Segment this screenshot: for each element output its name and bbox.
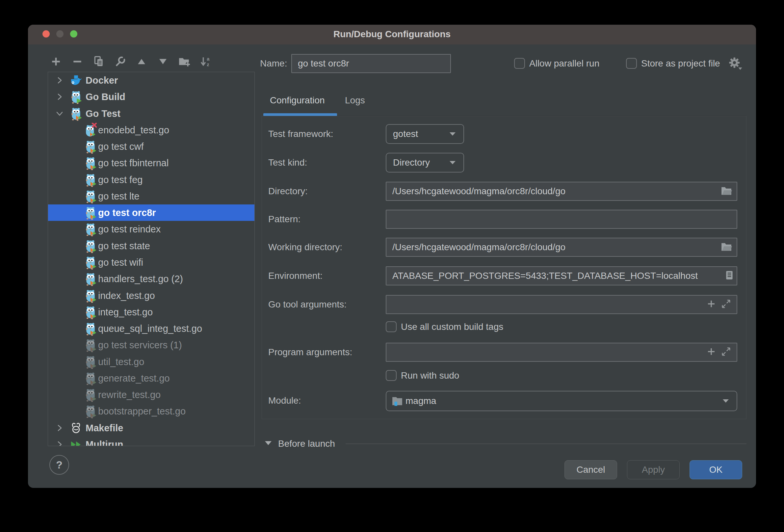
run-with-sudo-label: Run with sudo xyxy=(401,370,459,382)
tree-item-go-test-reindex[interactable]: go test reindex xyxy=(48,221,254,237)
run-debug-configurations-dialog: Run/Debug Configurations xyxy=(28,25,756,488)
tree-item-docker[interactable]: Docker xyxy=(48,72,254,89)
chevron-right-icon[interactable] xyxy=(55,76,64,85)
titlebar: Run/Debug Configurations xyxy=(28,25,756,45)
name-label: Name: xyxy=(260,58,287,69)
edit-defaults-icon[interactable] xyxy=(113,55,128,68)
tree-item-go-test-fbinternal[interactable]: go test fbinternal xyxy=(48,155,254,171)
tree-item-go-test-servicers-1[interactable]: go test servicers (1) xyxy=(48,337,254,353)
tree-item-enodebd-test-go[interactable]: enodebd_test.go xyxy=(48,122,254,138)
chevron-right-icon[interactable] xyxy=(55,440,64,446)
gopher-test-icon xyxy=(84,239,97,253)
tree-item-label: Go Test xyxy=(86,105,120,122)
new-folder-icon[interactable] xyxy=(177,55,192,68)
run-with-sudo-checkbox[interactable] xyxy=(386,370,397,381)
environment-input[interactable] xyxy=(386,266,737,285)
allow-parallel-run-checkbox[interactable] xyxy=(514,58,525,69)
module-folder-icon xyxy=(392,396,403,406)
tree-item-util-test-go[interactable]: util_test.go xyxy=(48,354,254,370)
tree-item-go-test-cwf[interactable]: go test cwf xyxy=(48,138,254,155)
tree-item-index-test-go[interactable]: index_test.go xyxy=(48,287,254,304)
expand-icon[interactable] xyxy=(722,347,731,358)
use-all-custom-build-tags-label: Use all custom build tags xyxy=(401,321,503,333)
before-launch-divider xyxy=(345,443,747,444)
gopher-test-icon xyxy=(84,404,97,418)
gopher-test-fail-icon xyxy=(84,123,97,137)
gopher-test-icon xyxy=(84,156,97,170)
cancel-button[interactable]: Cancel xyxy=(564,460,617,479)
tree-item-go-test-feg[interactable]: go test feg xyxy=(48,171,254,188)
gopher-test-icon xyxy=(84,189,97,203)
chevron-right-icon[interactable] xyxy=(55,92,64,101)
window-title: Run/Debug Configurations xyxy=(28,29,756,39)
chevron-down-icon xyxy=(449,160,456,166)
test-framework-select[interactable]: gotest xyxy=(386,124,464,144)
tree-item-label: go test lte xyxy=(98,188,140,204)
gopher-test-icon xyxy=(70,106,82,121)
gear-icon[interactable] xyxy=(728,57,743,73)
program-arguments-input[interactable] xyxy=(386,343,737,362)
pattern-input[interactable] xyxy=(386,210,737,229)
add-icon[interactable] xyxy=(707,347,716,357)
working-directory-input[interactable] xyxy=(386,238,737,257)
apply-button[interactable]: Apply xyxy=(627,460,680,479)
environment-variables-icon[interactable] xyxy=(725,270,733,281)
tree-item-go-test-lte[interactable]: go test lte xyxy=(48,188,254,204)
go-tool-arguments-input[interactable] xyxy=(386,295,737,314)
gopher-test-icon xyxy=(84,321,97,336)
browse-folder-icon[interactable] xyxy=(721,242,732,253)
tree-item-go-test-state[interactable]: go test state xyxy=(48,238,254,254)
tree-item-label: go test orc8r xyxy=(98,204,156,221)
multirun-icon xyxy=(70,437,82,446)
tree-item-label: go test cwf xyxy=(98,138,144,155)
help-button[interactable]: ? xyxy=(49,455,69,475)
tree-item-bootstrapper-test-go[interactable]: bootstrapper_test.go xyxy=(48,403,254,419)
expand-icon[interactable] xyxy=(722,299,731,310)
chevron-right-icon[interactable] xyxy=(55,424,64,432)
chevron-down-icon xyxy=(722,399,729,404)
gopher-build-icon xyxy=(70,89,82,104)
remove-icon[interactable] xyxy=(70,55,85,68)
tree-item-queue-sql-integ-test-go[interactable]: queue_sql_integ_test.go xyxy=(48,320,254,337)
program-arguments-label: Program arguments: xyxy=(268,346,352,358)
directory-input[interactable] xyxy=(386,182,737,201)
add-icon[interactable] xyxy=(707,300,716,309)
tree-item-label: Multirun xyxy=(86,436,123,446)
gopher-test-icon xyxy=(84,272,97,286)
test-kind-select[interactable]: Directory xyxy=(386,153,464,172)
gopher-test-icon xyxy=(84,172,97,187)
tab-logs[interactable]: Logs xyxy=(345,94,365,107)
collapse-triangle-icon[interactable] xyxy=(264,440,272,447)
tree-item-generate-test-go[interactable]: generate_test.go xyxy=(48,370,254,387)
chevron-down-icon[interactable] xyxy=(55,109,64,118)
environment-label: Environment: xyxy=(268,270,323,282)
test-framework-label: Test framework: xyxy=(268,128,333,140)
tree-item-go-build[interactable]: Go Build xyxy=(48,89,254,105)
tree-item-go-test-wifi[interactable]: go test wifi xyxy=(48,254,254,271)
tree-item-label: queue_sql_integ_test.go xyxy=(98,320,202,337)
tree-item-rewrite-test-go[interactable]: rewrite_test.go xyxy=(48,387,254,403)
before-launch-label[interactable]: Before launch xyxy=(278,438,335,450)
tree-item-makefile[interactable]: Makefile xyxy=(48,420,254,436)
name-input[interactable] xyxy=(291,54,451,73)
pattern-label: Pattern: xyxy=(268,213,301,225)
tree-item-go-test[interactable]: Go Test xyxy=(48,105,254,122)
copy-icon[interactable] xyxy=(91,55,106,68)
sort-icon[interactable]: a z xyxy=(198,55,213,68)
tree-item-go-test-orc8r[interactable]: go test orc8r xyxy=(48,204,254,221)
ok-button[interactable]: OK xyxy=(690,460,742,479)
tree-item-label: Makefile xyxy=(86,420,123,436)
move-up-icon[interactable] xyxy=(134,55,149,68)
tree-item-label: util_test.go xyxy=(98,354,144,370)
tree-item-integ-test-go[interactable]: integ_test.go xyxy=(48,304,254,320)
module-select[interactable]: magma xyxy=(386,391,737,411)
tree-item-handlers-test-go-2[interactable]: handlers_test.go (2) xyxy=(48,271,254,287)
use-all-custom-build-tags-checkbox[interactable] xyxy=(386,321,397,332)
tree-item-multirun[interactable]: Multirun xyxy=(48,436,254,446)
tab-configuration[interactable]: Configuration xyxy=(270,94,325,107)
browse-folder-icon[interactable] xyxy=(721,186,732,197)
move-down-icon[interactable] xyxy=(156,55,170,68)
tree-item-label: generate_test.go xyxy=(98,370,170,387)
store-as-project-file-checkbox[interactable] xyxy=(626,58,637,69)
add-icon[interactable] xyxy=(49,55,63,68)
